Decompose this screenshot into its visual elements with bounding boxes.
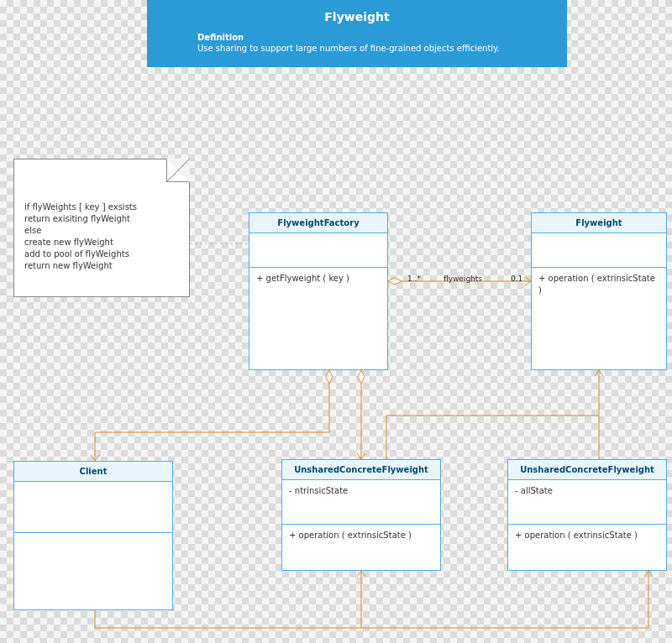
- note-fold-icon: [166, 159, 190, 182]
- note-line: return exisiting flyWeight: [24, 213, 179, 225]
- class-methods: + operation ( extrinsicState ): [532, 268, 666, 369]
- pseudocode-note[interactable]: if flyWeights [ key ] exsists return exi…: [13, 159, 190, 297]
- attribute: - allState: [515, 485, 659, 497]
- note-line: else: [24, 225, 179, 237]
- class-methods: + operation ( extrinsicState ): [282, 525, 440, 570]
- class-attributes: - ntrinsicState: [282, 480, 440, 525]
- note-line: if flyWeights [ key ] exsists: [24, 201, 179, 213]
- svg-marker-5: [326, 370, 333, 384]
- method: + getFlyweight ( key ): [256, 273, 381, 285]
- pattern-header: Flyweight Definition Use sharing to supp…: [147, 0, 567, 67]
- note-line: create new flyWeight: [24, 237, 179, 248]
- class-methods: [14, 533, 172, 609]
- definition-label: Definition: [197, 33, 244, 42]
- class-title: Client: [14, 462, 172, 482]
- svg-marker-1: [388, 278, 402, 285]
- class-attributes: [14, 482, 172, 533]
- association-name: flyweights: [444, 275, 482, 283]
- class-title: UnsharedConcreteFlyweight: [282, 460, 440, 480]
- class-methods: + operation ( extrinsicState ): [508, 525, 666, 570]
- definition-text: Use sharing to support large numbers of …: [197, 44, 500, 53]
- class-methods: + getFlyweight ( key ): [249, 268, 387, 369]
- svg-marker-3: [358, 370, 365, 384]
- pattern-title: Flyweight: [147, 0, 567, 24]
- multiplicity-right: 0.1: [511, 275, 522, 283]
- method: + operation ( extrinsicState ): [538, 273, 659, 295]
- class-attributes: - allState: [508, 480, 666, 525]
- class-title: Flyweight: [532, 213, 666, 233]
- class-title: FlyweightFactory: [249, 213, 387, 233]
- class-client[interactable]: Client: [13, 461, 173, 610]
- pattern-definition: Definition Use sharing to support large …: [147, 24, 567, 54]
- multiplicity-left: 1..*: [407, 275, 421, 283]
- class-flyweight[interactable]: Flyweight + operation ( extrinsicState ): [531, 212, 667, 370]
- diagram-canvas: Flyweight Definition Use sharing to supp…: [0, 0, 672, 643]
- method: + operation ( extrinsicState ): [289, 530, 433, 541]
- class-title: UnsharedConcreteFlyweight: [508, 460, 666, 480]
- method: + operation ( extrinsicState ): [515, 530, 659, 541]
- class-attributes: [249, 233, 387, 268]
- class-attributes: [532, 233, 666, 268]
- class-unshared-concrete-2[interactable]: UnsharedConcreteFlyweight - allState + o…: [507, 459, 667, 571]
- note-line: add to pool of flyWeights: [24, 248, 179, 260]
- attribute: - ntrinsicState: [289, 485, 433, 497]
- class-unshared-concrete-1[interactable]: UnsharedConcreteFlyweight - ntrinsicStat…: [281, 459, 441, 571]
- note-line: return new flyWeight: [24, 260, 179, 272]
- class-flyweight-factory[interactable]: FlyweightFactory + getFlyweight ( key ): [249, 212, 388, 370]
